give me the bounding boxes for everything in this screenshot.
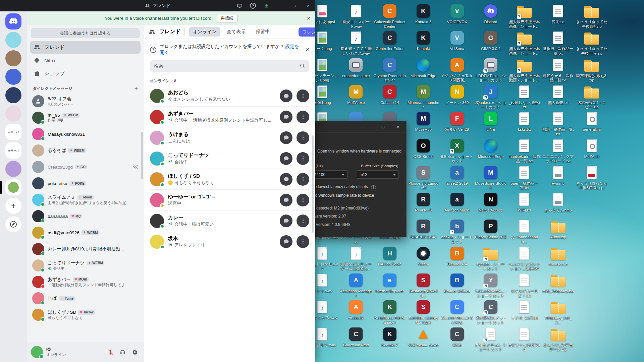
desktop-icon[interactable]: VVoiSona — [441, 30, 473, 51]
desktop-icon[interactable]: C家の防犯カメラ - ショートカット — [475, 299, 507, 325]
desktop-icon[interactable]: KKontakt 7 — [374, 326, 406, 348]
dm-item[interactable]: じばYume — [30, 290, 141, 306]
desktop-icon[interactable]: 選択肢 - 親作品一覧.txt — [542, 30, 574, 56]
dm-item[interactable]: るるそばWEBM — [30, 142, 141, 159]
more-options-button[interactable] — [297, 131, 309, 144]
server-icon[interactable] — [5, 87, 21, 103]
desktop-icon[interactable]: きゅうり食ってた午後3時.zip — [576, 3, 608, 29]
desktop-icon[interactable]: RReaktor 6 — [407, 192, 439, 213]
more-options-button[interactable] — [297, 235, 309, 248]
window-minimize-button[interactable]: − — [273, 0, 287, 11]
friend-row[interactable]: カレー 会話中・猫は可愛い — [150, 210, 309, 231]
sidebar-item-shop[interactable]: ショップ — [30, 67, 141, 80]
desktop-icon[interactable]: PPiapro Studio NT2 — [475, 219, 507, 240]
desktop-icon[interactable]: SSteinberg Downlo... — [407, 273, 439, 298]
tab-active[interactable]: オンライン — [189, 27, 220, 37]
add-server-button[interactable]: + — [5, 198, 21, 214]
desktop-icon[interactable]: _起動しない場合.txt — [508, 84, 540, 110]
desktop-icon[interactable]: Telepathy_Inst_2... — [542, 299, 574, 325]
dm-item[interactable]: スライムアミMoon山田と山田が好き(山田リョウと笑う4体の山) — [30, 192, 141, 208]
reconnect-button[interactable]: 再接続 — [217, 14, 237, 22]
message-button[interactable] — [280, 89, 292, 102]
dm-item[interactable]: ほしくず / SDmeow可もなく不可もなく — [30, 307, 141, 323]
desktop-icon[interactable]: ksks.txt — [508, 111, 540, 132]
server-icon[interactable] — [5, 50, 21, 66]
desktop-icon[interactable]: 無人販売不正行為画像 - ショートカット — [508, 30, 540, 56]
desktop-icon[interactable]: CCakewalk Product Center — [374, 3, 406, 29]
avatar[interactable] — [31, 346, 43, 358]
dm-item[interactable]: asdf@yuto0926WEBM — [30, 225, 141, 241]
desktop-icon[interactable]: ♪孤独なインディーゲーム開発者の一生.wav — [340, 246, 372, 271]
desktop-icon[interactable]: HDDFMT.exe - ショートカット — [475, 57, 507, 83]
desktop-icon[interactable]: open - 親作品一覧.txt — [508, 165, 540, 190]
desktop-icon[interactable]: JJQuake.exe - ショートカット — [475, 84, 507, 110]
desktop-icon[interactable]: LLINE — [475, 111, 507, 132]
message-button[interactable] — [280, 194, 292, 206]
desktop-icon[interactable]: MMuseHub — [407, 111, 439, 132]
message-button[interactable] — [280, 235, 292, 248]
desktop-icon[interactable]: AAudacity — [340, 299, 372, 320]
desktop-icon[interactable]: YYukkuriMovieM... - ショートカット — [475, 273, 507, 298]
sidebar-scrollbar[interactable] — [141, 132, 143, 179]
server-icon[interactable]: かサーバ — [5, 124, 21, 140]
desktop-icon[interactable]: WIFI.txt — [508, 192, 540, 213]
desktop-icon[interactable]: 無人販売不正行為動画 - ショートカット — [508, 57, 540, 83]
sidebar-item-friends[interactable]: フレンド — [30, 41, 141, 54]
dm-item[interactable]: こってりドーナツWEBM会話中 — [30, 257, 141, 274]
more-options-button[interactable] — [297, 152, 309, 165]
desktop-icon[interactable]: midi_Telepathy.zip — [542, 273, 574, 294]
desktop-icon[interactable]: aairset2-2019 — [441, 165, 473, 186]
desktop-icon[interactable]: VVOICEVOX — [441, 3, 473, 24]
more-options-button[interactable] — [297, 194, 309, 206]
desktop-icon[interactable]: きゅうり食ってた午後三時.zip — [576, 30, 608, 56]
message-button[interactable] — [280, 215, 292, 227]
desktop-icon[interactable]: MMuseScore Studio 4 — [475, 165, 507, 190]
search-input[interactable]: 検索 — [150, 60, 309, 72]
desktop-icon[interactable]: MMoZA.exe — [340, 84, 372, 105]
more-options-button[interactable] — [297, 173, 309, 186]
desktop-icon[interactable]: 調声練習(失敗)_3.zip — [576, 57, 608, 83]
desktop-icon[interactable]: KKeepforest File Manager — [374, 299, 406, 325]
window-maximize-button[interactable]: □ — [287, 0, 301, 11]
more-options-button[interactable] — [297, 215, 309, 227]
desktop-icon[interactable]: AActivation Manager — [340, 273, 372, 298]
tab-inactive[interactable]: 保留中 — [252, 27, 273, 37]
message-button[interactable] — [280, 173, 292, 186]
desktop-icon[interactable]: CCMS — [441, 326, 473, 348]
desktop-icon[interactable]: ニコニコバックアップロード.txt — [542, 138, 574, 164]
headphones-icon[interactable] — [117, 347, 128, 357]
desktop-icon[interactable]: CCubase 14 — [374, 84, 406, 105]
info-icon[interactable]: i — [371, 185, 376, 190]
desktop-icon[interactable]: ラジオ_歌詞.txt — [508, 299, 540, 320]
dm-item[interactable]: poketetsuPOKE — [30, 175, 141, 191]
desktop-icon[interactable]: きゅうり_調声用データ.zip — [542, 326, 574, 352]
desktop-icon[interactable]: syasinn - ショートカット — [475, 246, 507, 271]
desktop-icon[interactable]: Microsoft Edge — [475, 138, 507, 159]
desktop-icon[interactable]: 万引きメモ.txt - ショートカット — [475, 326, 507, 352]
join-or-create-button[interactable]: 会話に参加または作成する — [31, 28, 140, 38]
dm-item[interactable]: banananaMC — [30, 208, 141, 224]
friend-row[interactable]: ゆーゆー' or '1'='1' -- 退席中 — [150, 189, 309, 210]
server-icon[interactable]: かサーバ — [5, 142, 21, 159]
desktop-icon[interactable]: CCrypton Product Installer — [374, 57, 406, 83]
desktop-icon[interactable]: Audio.zip — [542, 219, 574, 240]
desktop-icon[interactable]: OOBS Studio — [407, 138, 439, 159]
desktop-icon[interactable]: KKontakt — [407, 30, 439, 51]
desktop-icon[interactable]: 名称未設定1 - コピー.zip — [576, 84, 608, 110]
friend-row[interactable]: うけまる こんにちは — [150, 127, 309, 148]
desktop-icon[interactable]: 無人販売不正行為画像 - ショートカッ... — [508, 3, 540, 29]
desktop-icon[interactable]: MMinecraft Launcher — [407, 84, 439, 110]
desktop-icon[interactable]: VLC media player — [407, 326, 439, 348]
desktop-icon[interactable]: KKontakt 8 — [407, 3, 439, 24]
dialog-close-button[interactable]: × — [395, 124, 401, 129]
desktop-icon[interactable]: おっhhhhhhhhhh... — [508, 219, 540, 244]
desktop-icon[interactable]: Nノートン 360 — [441, 84, 473, 105]
desktop-icon[interactable]: SSteinberg Library Manager — [407, 299, 439, 325]
dm-item[interactable]: 8/23 オフ会4人のメンバー — [30, 93, 141, 109]
discord-titlebar[interactable]: フレンド ? − □ × — [0, 0, 315, 11]
desktop-icon[interactable]: 無人販売.txt — [542, 84, 574, 105]
desktop-icon[interactable]: Discord — [475, 3, 507, 24]
dialog-maximize-button[interactable]: □ — [380, 124, 386, 129]
desktop-icon[interactable]: GGIMP 3.0.4 — [475, 30, 507, 51]
create-dm-icon[interactable]: + — [135, 85, 138, 92]
